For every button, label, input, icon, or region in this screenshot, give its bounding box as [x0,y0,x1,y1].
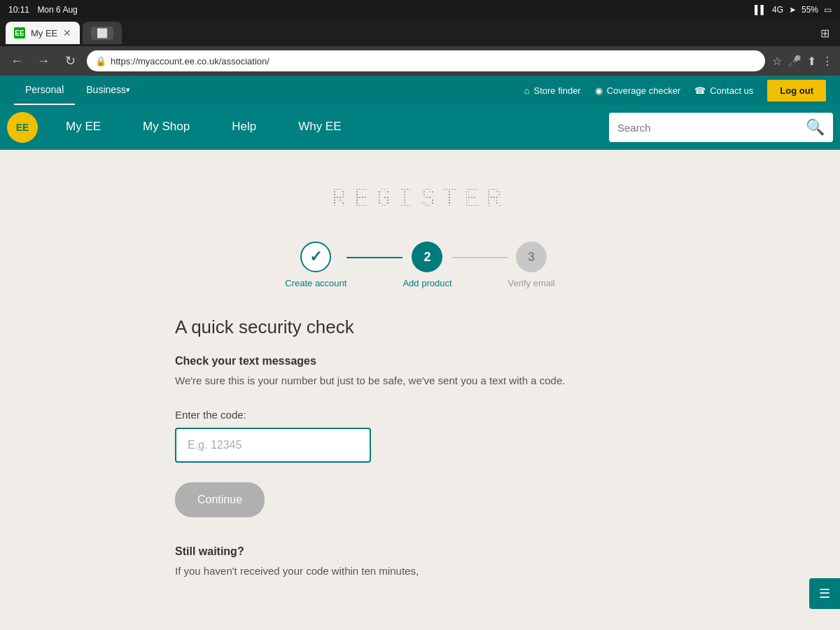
forward-button[interactable]: → [34,51,53,71]
network-type: 4G [772,5,783,15]
share-button[interactable]: ⬆ [807,55,816,68]
refresh-button[interactable]: ↻ [60,51,80,71]
microphone-button[interactable]: 🎤 [788,55,802,68]
step-1-label: Create account [285,278,346,288]
code-input[interactable] [175,428,371,463]
still-waiting-desc: If you haven't received your code within… [175,564,665,580]
browser-action-icons: ☆ 🎤 ⬆ ⋮ [772,55,833,68]
step-1-circle: ✓ [300,241,331,272]
store-icon: ⌂ [524,85,530,96]
browser-nav-bar: ← → ↻ 🔒 https://myaccount.ee.co.uk/assoc… [0,46,840,76]
status-icons: ▌▌ 4G ➤ 55% ▭ [755,5,832,15]
float-icon: ☰ [819,586,830,601]
coverage-icon: ◉ [595,85,603,96]
tab-close-button[interactable]: ✕ [63,27,71,38]
utility-right: ⌂ Store finder ◉ Coverage checker ☎ Cont… [524,80,826,102]
check-desc: We're sure this is your number but just … [175,373,665,389]
signal-icon: ▌▌ [755,5,766,15]
register-heading-wrapper: REGISTER [28,171,812,234]
status-bar: 10:11 Mon 6 Aug ▌▌ 4G ➤ 55% ▭ [0,0,840,20]
utility-personal[interactable]: Personal [14,76,75,105]
step-3-label: Verify email [508,278,555,288]
main-nav-links: My EE My Shop Help Why EE [45,105,609,150]
secure-icon: 🔒 [95,56,106,66]
battery-icon: ▭ [824,5,832,15]
location-icon: ➤ [789,5,796,15]
utility-business[interactable]: Business [75,76,141,105]
steps-container: ✓ Create account 2 Add product 3 Verify … [273,241,567,288]
tab-new[interactable]: ⬜ [83,22,122,44]
step-connector-1 [346,257,402,258]
contact-us-link[interactable]: ☎ Contact us [694,85,753,96]
check-title: Check your text messages [175,355,665,368]
nav-my-shop[interactable]: My Shop [122,105,211,150]
contact-icon: ☎ [694,85,706,96]
section-title: A quick security check [175,316,665,338]
tab-bar: EE My EE ✕ ⬜ ⊞ [0,20,840,46]
still-waiting-title: Still waiting? [175,545,665,558]
floating-action-button[interactable]: ☰ [809,578,840,609]
coverage-checker-link[interactable]: ◉ Coverage checker [595,85,681,96]
search-input[interactable] [617,122,800,134]
main-nav: EE My EE My Shop Help Why EE 🔍 [0,105,840,150]
back-button[interactable]: ← [7,51,27,71]
battery-level: 55% [802,5,818,15]
ee-logo[interactable]: EE [7,112,38,143]
new-tab-placeholder: ⬜ [91,27,113,40]
checkmark-icon: ✓ [309,248,322,266]
step-2-label: Add product [402,278,451,288]
form-section: A quick security check Check your text m… [175,316,665,579]
step-connector-2 [452,257,508,258]
logout-button[interactable]: Log out [767,80,826,102]
utility-nav: Personal Business [14,76,141,105]
step-2-circle: 2 [412,241,442,272]
register-title: REGISTER [28,185,812,214]
tab-myee[interactable]: EE My EE ✕ [6,22,80,44]
ee-website: Personal Business ⌂ Store finder ◉ Cover… [0,76,840,600]
page-content: REGISTER ✓ Create account 2 Add product … [0,150,840,600]
step-2: 2 Add product [402,241,451,288]
nav-help[interactable]: Help [211,105,277,150]
nav-my-ee[interactable]: My EE [45,105,122,150]
code-input-label: Enter the code: [175,409,665,421]
utility-bar: Personal Business ⌂ Store finder ◉ Cover… [0,76,840,105]
store-finder-link[interactable]: ⌂ Store finder [524,85,581,96]
step-1: ✓ Create account [285,241,346,288]
more-menu-button[interactable]: ⋮ [822,55,833,68]
tab-favicon: EE [14,27,25,38]
step-3-circle: 3 [516,241,547,272]
search-container: 🔍 [609,113,833,142]
windows-button[interactable]: ⊞ [815,23,834,43]
status-time: 10:11 Mon 6 Aug [8,5,78,15]
continue-button[interactable]: Continue [175,482,265,517]
url-display: https://myaccount.ee.co.uk/association/ [111,56,270,66]
search-icon: 🔍 [806,118,825,136]
address-bar[interactable]: 🔒 https://myaccount.ee.co.uk/association… [87,50,765,71]
step-3: 3 Verify email [508,241,555,288]
nav-why-ee[interactable]: Why EE [277,105,362,150]
tab-label: My EE [31,28,57,38]
bookmark-button[interactable]: ☆ [772,55,782,68]
search-button[interactable]: 🔍 [806,118,825,136]
